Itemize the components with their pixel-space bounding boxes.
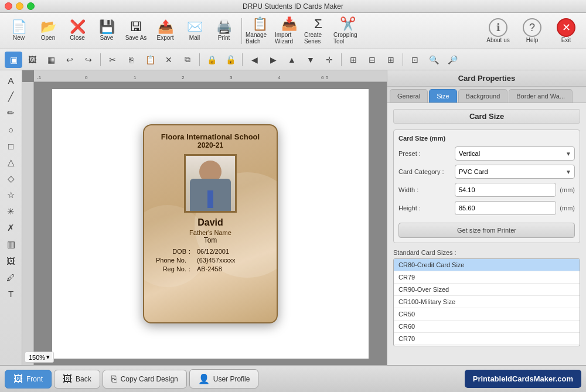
height-input[interactable] — [455, 201, 556, 215]
zoom-out-button[interactable]: 🔎 — [444, 52, 461, 68]
save-icon: 💾 — [99, 21, 115, 33]
move-down-button[interactable]: ▼ — [302, 52, 319, 68]
unlock-button[interactable]: 🔓 — [222, 52, 239, 68]
canvas-background[interactable]: Floora International School 2020-21 Davi… — [34, 82, 387, 365]
card-header: Floora International School 2020-21 — [161, 132, 260, 149]
paste-button[interactable]: 📋 — [141, 52, 159, 68]
create-series-button[interactable]: Σ Create Series — [304, 15, 332, 47]
card-size-item-cr100[interactable]: CR100-Military Size — [394, 296, 580, 308]
exit-button[interactable]: ✕ Exit — [551, 18, 581, 43]
category-select-wrapper: PVC Card Paper Card ▼ — [455, 165, 575, 179]
photo-tool-button[interactable]: 🖼 — [3, 253, 19, 268]
pencil-tool-button[interactable]: ✏ — [3, 105, 19, 121]
align-button[interactable]: ⊟ — [363, 52, 381, 68]
close-button[interactable]: ❌ Close — [63, 15, 91, 47]
zoom-in-button[interactable]: 🔍 — [425, 52, 442, 68]
barcode-tool-button[interactable]: ▥ — [3, 237, 19, 252]
card-fathers-name: Tom — [204, 236, 217, 244]
image-tool-button[interactable]: 🖼 — [23, 52, 41, 68]
move-right-button[interactable]: ▶ — [264, 52, 282, 68]
diamond-tool-button[interactable]: ◇ — [3, 171, 19, 186]
new-icon: 📄 — [11, 21, 27, 33]
close-window-button[interactable] — [5, 2, 12, 10]
help-icon: ? — [523, 18, 541, 37]
import-wizard-icon: 📥 — [281, 18, 297, 30]
zoom-indicator[interactable]: 150% ▾ — [25, 352, 54, 363]
manage-batch-label: Manage Batch — [246, 32, 274, 45]
triangle-tool-button[interactable]: △ — [3, 155, 19, 170]
arrange-button[interactable]: ⊞ — [345, 52, 362, 68]
manage-batch-button[interactable]: 📋 Manage Batch — [246, 15, 274, 47]
lock-button[interactable]: 🔒 — [203, 52, 220, 68]
zoom-dropdown-icon[interactable]: ▾ — [46, 353, 50, 361]
category-select[interactable]: PVC Card Paper Card — [455, 165, 575, 179]
tab-size[interactable]: Size — [429, 89, 456, 103]
rect-tool-button[interactable]: □ — [3, 138, 19, 154]
barcode-tool-button[interactable]: ▦ — [42, 52, 60, 68]
import-wizard-label: Import Wizard — [275, 32, 303, 45]
width-input[interactable] — [455, 183, 556, 197]
save-button[interactable]: 💾 Save — [93, 15, 121, 47]
copy-button[interactable]: ⎘ — [122, 52, 140, 68]
cropping-tool-button[interactable]: ✂️ Cropping Tool — [333, 15, 362, 47]
id-card[interactable]: Floora International School 2020-21 Davi… — [143, 124, 278, 323]
card-size-item-cr60[interactable]: CR60 — [394, 321, 580, 333]
asterisk-tool-button[interactable]: ✳ — [3, 204, 19, 219]
preset-select-wrapper: Vertical Horizontal ▼ — [455, 146, 575, 161]
tb2-separator-5 — [403, 53, 403, 66]
copy-card-design-button[interactable]: ⎘ Copy Card Design — [103, 370, 187, 388]
clone-button[interactable]: ⧉ — [179, 52, 196, 68]
cut-button[interactable]: ✂ — [104, 52, 121, 68]
tab-general[interactable]: General — [390, 89, 428, 103]
print-button[interactable]: 🖨️ Print — [210, 15, 238, 47]
card-sizes-list[interactable]: CR80-Credit Card Size CR79 CR90-Over Siz… — [393, 258, 580, 346]
export-button[interactable]: 📤 Export — [151, 15, 179, 47]
about-button[interactable]: ℹ About us — [483, 18, 513, 43]
tab-border[interactable]: Border and Wa... — [509, 89, 573, 103]
canvas-area[interactable]: -1 0 1 2 3 4 5 6 Floora International Sc… — [22, 70, 387, 365]
undo-button[interactable]: ↩ — [61, 52, 79, 68]
help-button[interactable]: ? Help — [517, 18, 547, 43]
mail-button[interactable]: ✉️ Mail — [180, 15, 209, 47]
delete-button[interactable]: ✕ — [160, 52, 178, 68]
preset-row: Preset : Vertical Horizontal ▼ — [398, 146, 575, 161]
grid-button[interactable]: ⊞ — [382, 52, 400, 68]
tb2-separator-2 — [199, 53, 200, 66]
open-button[interactable]: 📂 Open — [34, 15, 62, 47]
new-button[interactable]: 📄 New — [5, 15, 33, 47]
move-all-button[interactable]: ✛ — [321, 52, 338, 68]
card-size-item-cr50[interactable]: CR50 — [394, 308, 580, 321]
import-wizard-button[interactable]: 📥 Import Wizard — [275, 15, 303, 47]
maximize-window-button[interactable] — [27, 2, 35, 10]
copy-card-label: Copy Card Design — [121, 375, 178, 383]
get-size-from-printer-button[interactable]: Get size from Printer — [398, 223, 575, 238]
cross-tool-button[interactable]: ✗ — [3, 220, 19, 236]
text2-tool-button[interactable]: T — [3, 286, 19, 301]
move-left-button[interactable]: ◀ — [246, 52, 263, 68]
card-size-item-cr70[interactable]: CR70 — [394, 333, 580, 345]
height-row: Height : (mm) — [398, 201, 575, 215]
user-profile-button[interactable]: 👤 User Profile — [189, 369, 259, 388]
save-as-button[interactable]: 🖫 Save As — [122, 15, 150, 47]
circle-tool-button[interactable]: ○ — [3, 122, 19, 137]
text-tool-button[interactable]: A — [3, 73, 19, 88]
pen-tool-button[interactable]: 🖊 — [3, 270, 19, 285]
canvas-white-area[interactable]: Floora International School 2020-21 Davi… — [52, 89, 369, 359]
star-tool-button[interactable]: ☆ — [3, 188, 19, 203]
card-size-item-cr79[interactable]: CR79 — [394, 271, 580, 284]
select-tool-button[interactable]: ▣ — [5, 52, 22, 68]
card-size-item-cr90[interactable]: CR90-Over Sized — [394, 284, 580, 296]
move-up-button[interactable]: ▲ — [283, 52, 301, 68]
back-button[interactable]: 🖼 Back — [54, 370, 100, 388]
exit-icon: ✕ — [557, 18, 575, 37]
tab-background[interactable]: Background — [458, 89, 508, 103]
card-size-item-cr80[interactable]: CR80-Credit Card Size — [394, 259, 580, 271]
front-button[interactable]: 🖼 Front — [5, 370, 52, 388]
line-tool-button[interactable]: ╱ — [3, 89, 19, 104]
phone-value: (63)457xxxxx — [197, 257, 270, 264]
zoom-view-button[interactable]: ⊡ — [406, 52, 424, 68]
minimize-window-button[interactable] — [16, 2, 23, 10]
preset-select[interactable]: Vertical Horizontal — [455, 146, 575, 161]
redo-button[interactable]: ↪ — [80, 52, 97, 68]
about-icon: ℹ — [489, 18, 507, 37]
